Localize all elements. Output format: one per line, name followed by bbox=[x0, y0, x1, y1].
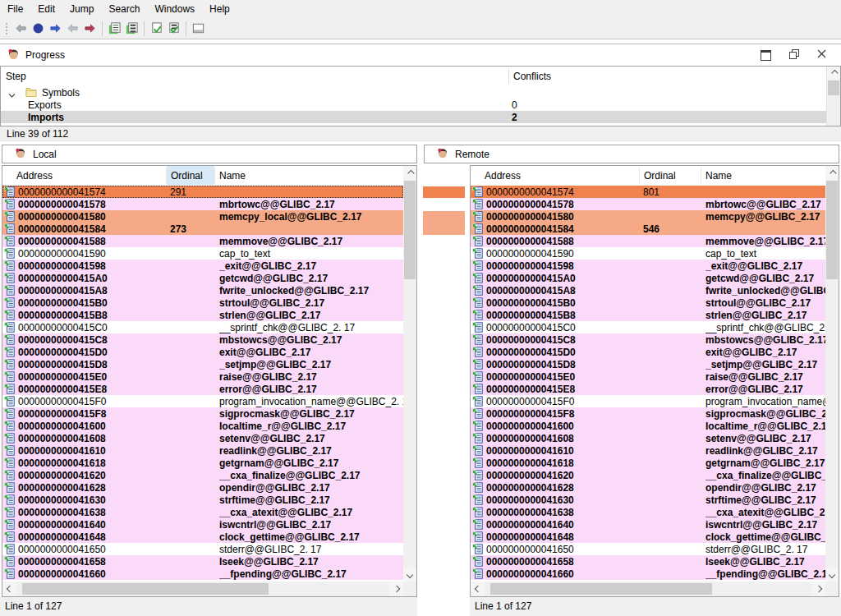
symbol-row[interactable]: 00000000000415B0 strtoul@@GLIBC_2.17 bbox=[471, 297, 825, 309]
symbol-row[interactable]: 00000000000415D0 exit@@GLIBC_2.17 bbox=[471, 346, 825, 358]
symbol-row[interactable]: 0000000000041620 __cxa_finalize@@GLIBC_2… bbox=[2, 469, 403, 481]
symbol-row[interactable]: 0000000000041658 lseek@@GLIBC_2.17 bbox=[2, 555, 403, 568]
column-header-step[interactable]: Step bbox=[6, 71, 26, 82]
symbol-row[interactable]: 0000000000041598 _exit@@GLIBC_2.17 bbox=[471, 260, 825, 272]
scroll-right-button[interactable] bbox=[389, 582, 403, 596]
menu-help[interactable]: Help bbox=[202, 1, 237, 17]
header-separator[interactable] bbox=[639, 168, 640, 184]
symbol-row[interactable]: 00000000000415E0 raise@@GLIBC_2.17 bbox=[471, 370, 825, 383]
symbol-row[interactable]: 0000000000041648 clock_gettime@@GLIBC_2.… bbox=[2, 531, 403, 543]
symbol-row[interactable]: 0000000000041640 iswcntrl@@GLIBC_2.17 bbox=[2, 518, 403, 531]
column-header-name[interactable]: Name bbox=[219, 170, 246, 182]
scrollbar-thumb[interactable] bbox=[828, 80, 839, 95]
nav-forward-icon[interactable] bbox=[47, 20, 64, 37]
remote-horizontal-scrollbar[interactable] bbox=[471, 582, 825, 596]
symbol-row[interactable]: 00000000000415D0 exit@@GLIBC_2.17 bbox=[2, 346, 403, 358]
symbol-row[interactable]: 0000000000041580 memcpy_local@@GLIBC_2.1… bbox=[2, 210, 403, 223]
nav-back-icon[interactable] bbox=[12, 20, 30, 37]
symbol-row[interactable]: 0000000000041574 801 bbox=[471, 186, 825, 198]
doc-stack-check-icon[interactable] bbox=[165, 20, 182, 37]
symbol-row[interactable]: 00000000000415B0 strtoul@@GLIBC_2.17 bbox=[2, 297, 403, 309]
close-icon[interactable] bbox=[817, 49, 826, 61]
column-header-address[interactable]: Address bbox=[16, 170, 53, 182]
remote-vertical-scrollbar[interactable] bbox=[825, 166, 839, 582]
symbol-row[interactable]: 00000000000415D8 _setjmp@@GLIBC_2.17 bbox=[2, 358, 403, 370]
symbol-row[interactable]: 00000000000415B8 strlen@@GLIBC_2.17 bbox=[471, 309, 825, 321]
breakpoint-circle-icon[interactable] bbox=[30, 20, 47, 37]
header-separator[interactable] bbox=[166, 168, 167, 184]
scroll-up-button[interactable] bbox=[825, 166, 839, 180]
tree-row-exports[interactable]: Exports 0 bbox=[1, 99, 826, 111]
column-header-ordinal[interactable]: Ordinal bbox=[171, 170, 203, 182]
menu-edit[interactable]: Edit bbox=[30, 1, 62, 17]
symbol-row[interactable]: 0000000000041660 __fpending@@GLIBC_2.17 bbox=[2, 568, 403, 580]
scroll-down-button[interactable] bbox=[825, 568, 839, 582]
symbol-row[interactable]: 0000000000041588 memmove@@GLIBC_2.17 bbox=[2, 235, 403, 247]
maximize-button[interactable] bbox=[761, 50, 771, 61]
symbol-row[interactable]: 0000000000041630 strftime@@GLIBC_2.17 bbox=[2, 494, 403, 506]
restore-button[interactable] bbox=[789, 49, 799, 62]
symbol-row[interactable]: 0000000000041610 readlink@@GLIBC_2.17 bbox=[2, 444, 403, 457]
scrollbar-thumb[interactable] bbox=[490, 583, 712, 595]
symbol-row[interactable]: 0000000000041574 291 bbox=[2, 186, 403, 198]
scroll-right-button[interactable] bbox=[811, 582, 825, 596]
symbol-row[interactable]: 0000000000041638 __cxa_atexit@@GLIBC_2.1… bbox=[471, 506, 825, 518]
symbol-row[interactable]: 0000000000041584 546 bbox=[471, 223, 825, 235]
symbol-row[interactable]: 0000000000041610 readlink@@GLIBC_2.17 bbox=[471, 444, 825, 457]
symbol-row[interactable]: 00000000000415E8 error@@GLIBC_2.17 bbox=[2, 383, 403, 395]
scroll-up-button[interactable] bbox=[403, 166, 416, 180]
symbol-row[interactable]: 00000000000415C8 mbstowcs@@GLIBC_2.17 bbox=[2, 333, 403, 346]
symbol-row[interactable]: 0000000000041590 cap_to_text bbox=[2, 247, 403, 260]
scrollbar-thumb[interactable] bbox=[404, 181, 416, 279]
symbol-row[interactable]: 0000000000041660 __fpending@@GLIBC_2.17 bbox=[471, 568, 825, 580]
tree-row-symbols[interactable]: Symbols bbox=[1, 86, 826, 99]
symbol-row[interactable]: 0000000000041650 stderr@@GLIBC_2. 17 bbox=[2, 543, 403, 555]
toolbar-grip[interactable] bbox=[5, 22, 9, 35]
column-header-conflicts[interactable]: Conflicts bbox=[513, 71, 551, 82]
doc-list-icon[interactable] bbox=[106, 20, 123, 37]
local-horizontal-scrollbar[interactable] bbox=[2, 582, 403, 596]
symbol-row[interactable]: 0000000000041638 __cxa_atexit@@GLIBC_2.1… bbox=[2, 506, 403, 518]
symbol-row[interactable]: 0000000000041578 mbrtowc@@GLIBC_2.17 bbox=[471, 198, 825, 210]
symbol-row[interactable]: 0000000000041580 memcpy@@GLIBC_2.17 bbox=[471, 210, 825, 223]
symbol-row[interactable]: 00000000000415F8 sigprocmask@@GLIBC_2.17 bbox=[471, 407, 825, 420]
menu-search[interactable]: Search bbox=[101, 1, 147, 17]
symbol-row[interactable]: 0000000000041620 __cxa_finalize@@GLIBC_2… bbox=[471, 469, 825, 481]
symbol-row[interactable]: 00000000000415C0 __sprintf_chk@@GLIBC_2.… bbox=[2, 321, 403, 333]
symbol-row[interactable]: 0000000000041640 iswcntrl@@GLIBC_2.17 bbox=[471, 518, 825, 531]
header-separator[interactable] bbox=[214, 168, 215, 184]
symbol-row[interactable]: 0000000000041598 _exit@@GLIBC_2.17 bbox=[2, 260, 403, 272]
scroll-left-button[interactable] bbox=[471, 582, 485, 596]
symbol-row[interactable]: 00000000000415E8 error@@GLIBC_2.17 bbox=[471, 383, 825, 395]
history-back-icon[interactable] bbox=[64, 20, 81, 37]
scroll-up-button[interactable] bbox=[827, 67, 840, 80]
scroll-down-button[interactable] bbox=[403, 568, 416, 582]
tree-scrollbar[interactable] bbox=[826, 67, 840, 126]
symbol-row[interactable]: 00000000000415C8 mbstowcs@@GLIBC_2.17 bbox=[471, 333, 825, 346]
symbol-row[interactable]: 0000000000041648 clock_gettime@@GLIBC_2.… bbox=[471, 531, 825, 543]
symbol-row[interactable]: 00000000000415A8 fwrite_unlocked@@GLIBC_… bbox=[2, 284, 403, 297]
symbol-row[interactable]: 0000000000041600 localtime_r@@GLIBC_2.17 bbox=[471, 420, 825, 432]
doc-check-icon[interactable] bbox=[148, 20, 165, 37]
symbol-row[interactable]: 00000000000415E0 raise@@GLIBC_2.17 bbox=[2, 370, 403, 383]
local-vertical-scrollbar[interactable] bbox=[403, 166, 416, 582]
symbol-row[interactable]: 00000000000415A8 fwrite_unlocked@@GLIBC_… bbox=[471, 284, 825, 297]
symbol-row[interactable]: 0000000000041658 lseek@@GLIBC_2.17 bbox=[471, 555, 825, 568]
symbol-row[interactable]: 0000000000041628 opendir@@GLIBC_2.17 bbox=[2, 481, 403, 494]
symbol-row[interactable]: 0000000000041618 getgrnam@@GLIBC_2.17 bbox=[2, 457, 403, 469]
tree-row-imports[interactable]: Imports 2 bbox=[1, 111, 826, 123]
symbol-row[interactable]: 0000000000041578 mbrtowc@@GLIBC_2.17 bbox=[2, 198, 403, 210]
column-header-address[interactable]: Address bbox=[485, 170, 521, 182]
header-separator[interactable] bbox=[701, 168, 701, 184]
symbol-row[interactable]: 00000000000415D8 _setjmp@@GLIBC_2.17 bbox=[471, 358, 825, 370]
symbol-row[interactable]: 0000000000041600 localtime_r@@GLIBC_2.17 bbox=[2, 420, 403, 432]
symbol-row[interactable]: 00000000000415F0 program_invocation_name… bbox=[471, 395, 825, 407]
symbol-row[interactable]: 0000000000041590 cap_to_text bbox=[471, 247, 825, 260]
symbol-row[interactable]: 0000000000041608 setenv@@GLIBC_2.17 bbox=[2, 432, 403, 444]
history-forward-icon[interactable] bbox=[81, 20, 99, 37]
menu-jump[interactable]: Jump bbox=[62, 1, 101, 17]
symbol-row[interactable]: 00000000000415C0 __sprintf_chk@@GLIBC_2.… bbox=[471, 321, 825, 333]
symbol-row[interactable]: 00000000000415B8 strlen@@GLIBC_2.17 bbox=[2, 309, 403, 321]
symbol-row[interactable]: 0000000000041630 strftime@@GLIBC_2.17 bbox=[471, 494, 825, 506]
symbol-row[interactable]: 00000000000415A0 getcwd@@GLIBC_2.17 bbox=[2, 272, 403, 284]
